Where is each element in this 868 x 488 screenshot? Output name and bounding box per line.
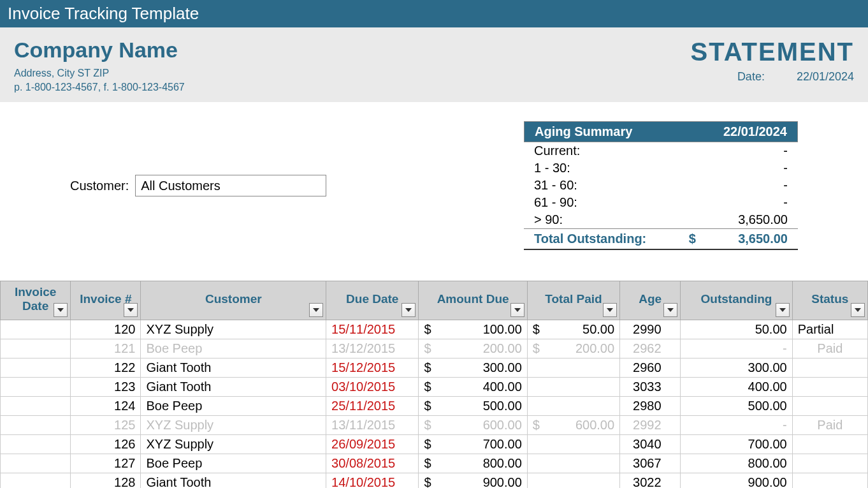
cell-due-date: 15/12/2015 xyxy=(326,359,419,378)
svg-marker-8 xyxy=(855,308,861,312)
cell-outstanding: 400.00 xyxy=(681,378,792,397)
filter-dropdown-icon[interactable] xyxy=(54,303,68,317)
title-bar: Invoice Tracking Template xyxy=(0,0,868,27)
column-header: Customer xyxy=(141,281,326,320)
cell-invoice-num: 122 xyxy=(71,359,141,378)
cell-invoice-num: 120 xyxy=(71,320,141,339)
column-label: Amount Due xyxy=(437,292,509,306)
cell-outstanding: 900.00 xyxy=(681,473,792,489)
column-label: Age xyxy=(639,292,662,306)
cell-total-paid: $600.00 xyxy=(527,416,619,435)
cell-due-date: 15/11/2015 xyxy=(326,320,419,339)
cell-status xyxy=(792,359,867,378)
cell-due-date: 13/12/2015 xyxy=(326,339,419,359)
cell-outstanding: 700.00 xyxy=(681,435,792,454)
table-row[interactable]: 126XYZ Supply26/09/2015$700.003040700.00 xyxy=(1,435,868,454)
cell-status: Paid xyxy=(792,416,867,435)
cell-total-paid: $200.00 xyxy=(527,339,619,359)
aging-row-value: - xyxy=(783,178,788,193)
table-row[interactable]: 124Boe Peep25/11/2015$500.002980500.00 xyxy=(1,397,868,416)
column-header: Amount Due xyxy=(419,281,527,320)
svg-marker-5 xyxy=(607,308,613,312)
cell-customer: Giant Tooth xyxy=(141,359,326,378)
svg-marker-3 xyxy=(405,308,412,312)
column-header: Invoice # xyxy=(71,281,141,320)
aging-row-label: 31 - 60: xyxy=(534,178,577,193)
column-header: Total Paid xyxy=(527,281,619,320)
cell-due-date: 26/09/2015 xyxy=(326,435,419,454)
svg-marker-2 xyxy=(313,308,319,312)
cell-total-paid xyxy=(527,454,619,473)
aging-row-label: Current: xyxy=(534,144,580,158)
cell-status xyxy=(792,378,867,397)
column-label: Outstanding xyxy=(701,292,772,306)
aging-header-date: 22/01/2024 xyxy=(723,124,787,139)
table-row[interactable]: 123Giant Tooth03/10/2015$400.003033400.0… xyxy=(1,378,868,397)
cell-invoice-date xyxy=(1,473,71,489)
cell-invoice-date xyxy=(1,359,71,378)
cell-due-date: 13/11/2015 xyxy=(326,416,419,435)
cell-customer: Boe Peep xyxy=(141,397,326,416)
aging-row-value: 3,650.00 xyxy=(738,212,788,227)
date-label: Date: xyxy=(737,70,765,84)
table-row[interactable]: 127Boe Peep30/08/2015$800.003067800.00 xyxy=(1,454,868,473)
customer-input[interactable] xyxy=(135,175,326,196)
cell-amount-due: $300.00 xyxy=(419,359,527,378)
cell-due-date: 14/10/2015 xyxy=(326,473,419,489)
cell-invoice-date xyxy=(1,397,71,416)
aging-row-value: - xyxy=(783,144,788,158)
filter-dropdown-icon[interactable] xyxy=(663,303,677,317)
cell-age: 2990 xyxy=(620,320,681,339)
table-row[interactable]: 125XYZ Supply13/11/2015$600.00$600.00299… xyxy=(1,416,868,435)
filter-dropdown-icon[interactable] xyxy=(851,303,865,317)
cell-total-paid xyxy=(527,359,619,378)
cell-due-date: 03/10/2015 xyxy=(326,378,419,397)
cell-outstanding: 500.00 xyxy=(681,397,792,416)
filter-dropdown-icon[interactable] xyxy=(124,303,138,317)
cell-status xyxy=(792,454,867,473)
filter-dropdown-icon[interactable] xyxy=(776,303,790,317)
cell-invoice-num: 128 xyxy=(71,473,141,489)
filter-dropdown-icon[interactable] xyxy=(603,303,617,317)
cell-total-paid xyxy=(527,435,619,454)
cell-due-date: 25/11/2015 xyxy=(326,397,419,416)
filter-dropdown-icon[interactable] xyxy=(309,303,323,317)
cell-total-paid xyxy=(527,378,619,397)
filter-dropdown-icon[interactable] xyxy=(510,303,524,317)
table-row[interactable]: 122Giant Tooth15/12/2015$300.002960300.0… xyxy=(1,359,868,378)
cell-invoice-num: 127 xyxy=(71,454,141,473)
filter-dropdown-icon[interactable] xyxy=(401,303,416,317)
column-label: Total Paid xyxy=(545,292,602,306)
cell-age: 2962 xyxy=(620,339,681,359)
column-header: Status xyxy=(792,281,867,320)
aging-row-label: 61 - 90: xyxy=(534,195,577,210)
table-row[interactable]: 128Giant Tooth14/10/2015$900.003022900.0… xyxy=(1,473,868,489)
mid-section: Customer: Aging Summary 22/01/2024 Curre… xyxy=(0,102,868,276)
svg-marker-7 xyxy=(779,308,786,312)
table-row[interactable]: 121Boe Peep13/12/2015$200.00$200.002962-… xyxy=(1,339,868,359)
aging-header-label: Aging Summary xyxy=(535,124,632,139)
cell-age: 2992 xyxy=(620,416,681,435)
cell-outstanding: 800.00 xyxy=(681,454,792,473)
cell-invoice-date xyxy=(1,320,71,339)
cell-age: 3040 xyxy=(620,435,681,454)
cell-customer: Boe Peep xyxy=(141,339,326,359)
cell-status xyxy=(792,473,867,489)
cell-amount-due: $200.00 xyxy=(419,339,527,359)
statement-label: STATEMENT xyxy=(691,38,855,66)
cell-age: 2960 xyxy=(620,359,681,378)
cell-outstanding: 300.00 xyxy=(681,359,792,378)
company-name: Company Name xyxy=(14,38,185,63)
cell-status xyxy=(792,397,867,416)
cell-age: 3033 xyxy=(620,378,681,397)
cell-invoice-date xyxy=(1,435,71,454)
cell-age: 2980 xyxy=(620,397,681,416)
aging-row-label: > 90: xyxy=(534,212,563,227)
cell-invoice-num: 126 xyxy=(71,435,141,454)
column-header: Due Date xyxy=(326,281,419,320)
table-row[interactable]: 120XYZ Supply15/11/2015$100.00$50.002990… xyxy=(1,320,868,339)
cell-customer: Boe Peep xyxy=(141,454,326,473)
svg-marker-4 xyxy=(514,308,521,312)
cell-customer: XYZ Supply xyxy=(141,416,326,435)
cell-invoice-date xyxy=(1,378,71,397)
